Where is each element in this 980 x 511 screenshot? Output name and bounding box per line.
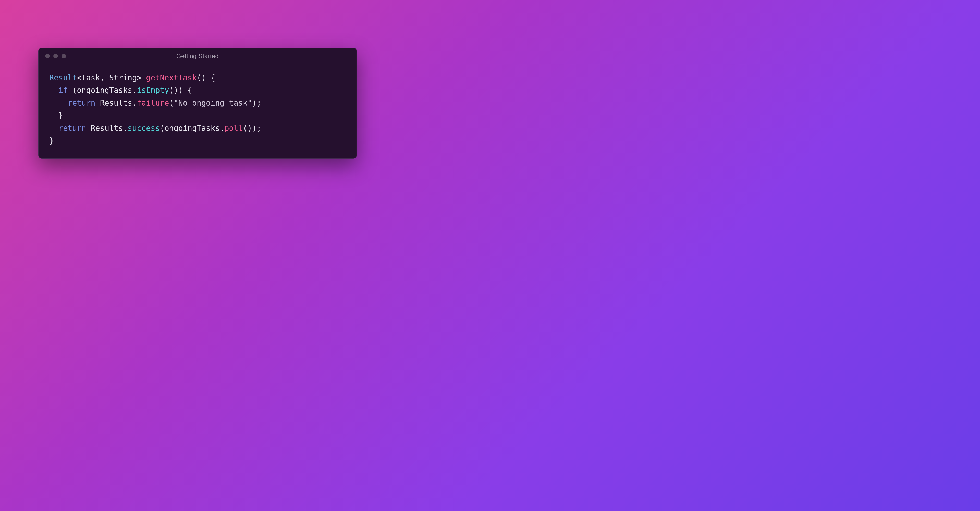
code-token: isEmpty bbox=[137, 86, 169, 95]
code-token bbox=[49, 124, 59, 133]
code-token: return bbox=[68, 98, 95, 107]
code-token bbox=[49, 86, 59, 95]
code-token: success bbox=[127, 124, 160, 133]
code-token: Results. bbox=[86, 124, 128, 133]
code-token: ()) { bbox=[169, 86, 192, 95]
code-token: String bbox=[109, 73, 137, 82]
code-area[interactable]: Result<Task, String> getNextTask() { if … bbox=[38, 64, 356, 158]
code-token: } bbox=[49, 111, 63, 120]
code-token: } bbox=[49, 136, 54, 145]
code-token: "No ongoing task" bbox=[174, 98, 252, 107]
code-token: if bbox=[59, 86, 68, 95]
minimize-dot-icon[interactable] bbox=[53, 54, 58, 59]
code-token: > bbox=[137, 73, 146, 82]
code-token: ()); bbox=[243, 124, 261, 133]
code-content: Result<Task, String> getNextTask() { if … bbox=[49, 71, 346, 147]
code-token: < bbox=[77, 73, 81, 82]
code-window: Getting Started Result<Task, String> get… bbox=[38, 48, 357, 159]
code-token: getNextTask bbox=[146, 73, 197, 82]
close-dot-icon[interactable] bbox=[45, 54, 50, 59]
zoom-dot-icon[interactable] bbox=[62, 54, 66, 59]
code-token: (ongoingTasks. bbox=[160, 124, 224, 133]
code-token: Task bbox=[81, 73, 100, 82]
code-token: ( bbox=[169, 98, 174, 107]
code-token: failure bbox=[137, 98, 169, 107]
code-token: Results. bbox=[95, 98, 137, 107]
code-token: poll bbox=[224, 124, 243, 133]
code-token: Result bbox=[49, 73, 77, 82]
code-token: () { bbox=[197, 73, 215, 82]
code-token: ); bbox=[252, 98, 261, 107]
code-token: , bbox=[100, 73, 109, 82]
code-token: return bbox=[59, 124, 86, 133]
code-token: (ongoingTasks. bbox=[68, 86, 137, 95]
window-title: Getting Started bbox=[38, 52, 356, 60]
window-titlebar: Getting Started bbox=[38, 48, 356, 64]
traffic-lights bbox=[45, 54, 66, 59]
code-token bbox=[49, 98, 68, 107]
